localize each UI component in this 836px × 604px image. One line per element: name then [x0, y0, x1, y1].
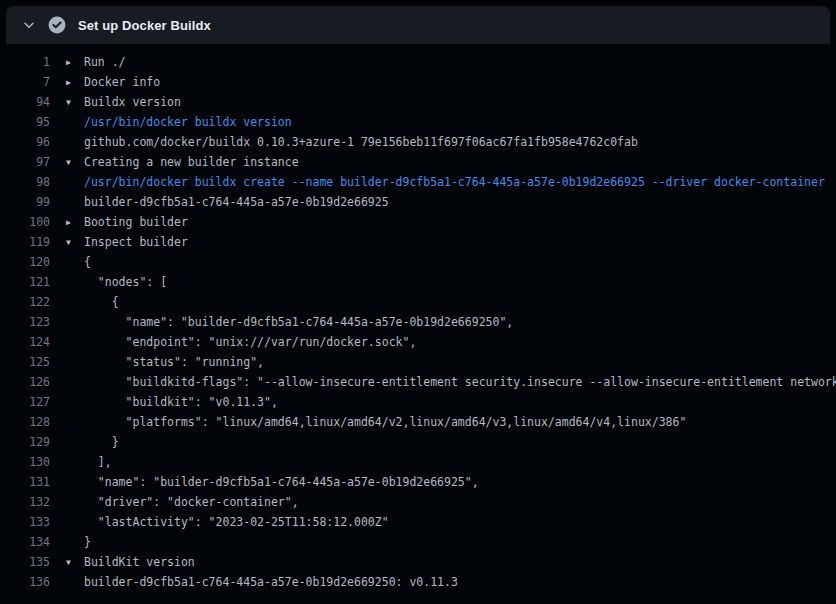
log-group-header[interactable]: ▼Buildx version — [66, 92, 181, 112]
log-text: builder-d9cfb5a1-c764-445a-a57e-0b19d2e6… — [66, 192, 389, 212]
line-number[interactable]: 124 — [0, 332, 50, 352]
log-line: 128 "platforms": "linux/amd64,linux/amd6… — [0, 412, 836, 432]
triangle-right-icon: ▶ — [66, 213, 84, 232]
line-number[interactable]: 130 — [0, 452, 50, 472]
triangle-down-icon: ▼ — [66, 553, 84, 572]
log-line: 100▶Booting builder — [0, 212, 836, 232]
log-text: { — [66, 252, 91, 272]
log-line: 130 ], — [0, 452, 836, 472]
log-line: 95/usr/bin/docker buildx version — [0, 112, 836, 132]
log-group-header[interactable]: ▼Inspect builder — [66, 232, 188, 252]
log-line: 129 } — [0, 432, 836, 452]
log-line: 121 "nodes": [ — [0, 272, 836, 292]
line-number[interactable]: 136 — [0, 572, 50, 592]
log-body: 1▶Run ./7▶Docker info94▼Buildx version95… — [0, 44, 836, 592]
log-line: 132 "driver": "docker-container", — [0, 492, 836, 512]
line-number[interactable]: 129 — [0, 432, 50, 452]
log-command-text: /usr/bin/docker buildx create --name bui… — [66, 172, 825, 192]
triangle-down-icon: ▼ — [66, 153, 84, 172]
log-line: 131 "name": "builder-d9cfb5a1-c764-445a-… — [0, 472, 836, 492]
line-number[interactable]: 99 — [0, 192, 50, 212]
log-line: 96github.com/docker/buildx 0.10.3+azure-… — [0, 132, 836, 152]
log-text: { — [66, 292, 119, 312]
log-line: 1▶Run ./ — [0, 52, 836, 72]
log-line: 136builder-d9cfb5a1-c764-445a-a57e-0b19d… — [0, 572, 836, 592]
log-line: 123 "name": "builder-d9cfb5a1-c764-445a-… — [0, 312, 836, 332]
actions-log-viewer: Set up Docker Buildx 1▶Run ./7▶Docker in… — [0, 6, 836, 604]
log-line: 7▶Docker info — [0, 72, 836, 92]
line-number[interactable]: 125 — [0, 352, 50, 372]
log-group-header[interactable]: ▶Docker info — [66, 72, 160, 92]
log-line: 133 "lastActivity": "2023-02-25T11:58:12… — [0, 512, 836, 532]
log-group-header[interactable]: ▼Creating a new builder instance — [66, 152, 299, 172]
line-number[interactable]: 135 — [0, 552, 50, 572]
log-text: "nodes": [ — [66, 272, 167, 292]
log-line: 127 "buildkit": "v0.11.3", — [0, 392, 836, 412]
log-line: 125 "status": "running", — [0, 352, 836, 372]
line-number[interactable]: 97 — [0, 152, 50, 172]
line-number[interactable]: 132 — [0, 492, 50, 512]
line-number[interactable]: 123 — [0, 312, 50, 332]
line-number[interactable]: 121 — [0, 272, 50, 292]
log-group-label: Buildx version — [84, 95, 181, 109]
log-line: 124 "endpoint": "unix:///var/run/docker.… — [0, 332, 836, 352]
log-line: 99builder-d9cfb5a1-c764-445a-a57e-0b19d2… — [0, 192, 836, 212]
line-number[interactable]: 119 — [0, 232, 50, 252]
line-number[interactable]: 7 — [0, 72, 50, 92]
line-number[interactable]: 127 — [0, 392, 50, 412]
log-line: 120{ — [0, 252, 836, 272]
log-group-label: Inspect builder — [84, 235, 188, 249]
log-text: "lastActivity": "2023-02-25T11:58:12.000… — [66, 512, 389, 532]
log-line: 98/usr/bin/docker buildx create --name b… — [0, 172, 836, 192]
log-line: 135▼BuildKit version — [0, 552, 836, 572]
log-text: "buildkitd-flags": "--allow-insecure-ent… — [66, 372, 836, 392]
log-group-label: Run ./ — [84, 55, 126, 69]
line-number[interactable]: 100 — [0, 212, 50, 232]
step-title: Set up Docker Buildx — [78, 18, 211, 33]
line-number[interactable]: 120 — [0, 252, 50, 272]
log-text: "name": "builder-d9cfb5a1-c764-445a-a57e… — [66, 312, 513, 332]
log-line: 122 { — [0, 292, 836, 312]
chevron-down-icon[interactable] — [18, 14, 40, 36]
line-number[interactable]: 98 — [0, 172, 50, 192]
triangle-right-icon: ▶ — [66, 53, 84, 72]
log-text: } — [66, 432, 119, 452]
log-line: 119▼Inspect builder — [0, 232, 836, 252]
triangle-down-icon: ▼ — [66, 93, 84, 112]
log-group-header[interactable]: ▼BuildKit version — [66, 552, 195, 572]
log-text: "endpoint": "unix:///var/run/docker.sock… — [66, 332, 416, 352]
log-command-text: /usr/bin/docker buildx version — [66, 112, 292, 132]
line-number[interactable]: 133 — [0, 512, 50, 532]
log-text: ], — [66, 452, 112, 472]
line-number[interactable]: 131 — [0, 472, 50, 492]
check-circle-icon — [48, 16, 66, 34]
log-text: "buildkit": "v0.11.3", — [66, 392, 278, 412]
line-number[interactable]: 126 — [0, 372, 50, 392]
log-group-label: BuildKit version — [84, 555, 195, 569]
log-line: 94▼Buildx version — [0, 92, 836, 112]
log-line: 134} — [0, 532, 836, 552]
step-header[interactable]: Set up Docker Buildx — [6, 6, 830, 44]
line-number[interactable]: 122 — [0, 292, 50, 312]
log-line: 97▼Creating a new builder instance — [0, 152, 836, 172]
line-number[interactable]: 95 — [0, 112, 50, 132]
line-number[interactable]: 134 — [0, 532, 50, 552]
log-group-label: Booting builder — [84, 215, 188, 229]
line-number[interactable]: 1 — [0, 52, 50, 72]
log-group-label: Creating a new builder instance — [84, 155, 299, 169]
log-line: 126 "buildkitd-flags": "--allow-insecure… — [0, 372, 836, 392]
log-text: "status": "running", — [66, 352, 264, 372]
triangle-right-icon: ▶ — [66, 73, 84, 92]
log-text: "driver": "docker-container", — [66, 492, 299, 512]
triangle-down-icon: ▼ — [66, 233, 84, 252]
log-text: builder-d9cfb5a1-c764-445a-a57e-0b19d2e6… — [66, 572, 458, 592]
line-number[interactable]: 96 — [0, 132, 50, 152]
log-group-header[interactable]: ▶Booting builder — [66, 212, 188, 232]
log-group-header[interactable]: ▶Run ./ — [66, 52, 126, 72]
line-number[interactable]: 94 — [0, 92, 50, 112]
log-text: "platforms": "linux/amd64,linux/amd64/v2… — [66, 412, 686, 432]
log-text: "name": "builder-d9cfb5a1-c764-445a-a57e… — [66, 472, 479, 492]
line-number[interactable]: 128 — [0, 412, 50, 432]
log-group-label: Docker info — [84, 75, 160, 89]
log-text: github.com/docker/buildx 0.10.3+azure-1 … — [66, 132, 638, 152]
